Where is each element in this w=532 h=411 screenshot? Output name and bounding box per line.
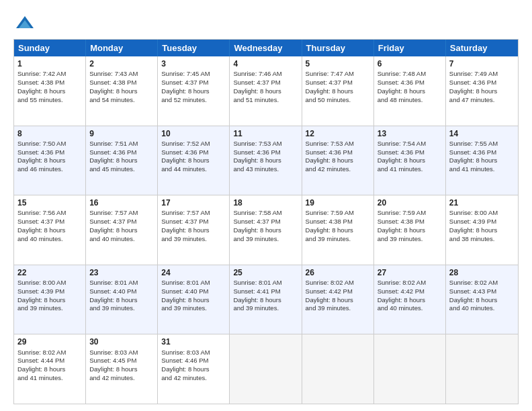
day-info-line: Sunset: 4:37 PM: [89, 218, 154, 226]
day-info-line: Sunrise: 7:53 AM: [306, 140, 370, 148]
day-cell-7: 7Sunrise: 7:49 AMSunset: 4:36 PMDaylight…: [446, 56, 518, 126]
day-info-line: Sunset: 4:45 PM: [89, 357, 154, 365]
day-info-line: Daylight: 8 hours: [161, 87, 226, 96]
day-info-line: Sunrise: 7:55 AM: [449, 140, 515, 148]
day-info-line: Sunrise: 7:54 AM: [378, 140, 442, 148]
day-info-line: Sunset: 4:39 PM: [17, 287, 82, 296]
day-info-line: and 48 minutes.: [378, 96, 442, 105]
day-info-line: and 39 minutes.: [17, 304, 82, 313]
day-info-line: and 41 minutes.: [449, 165, 515, 174]
day-info-line: Sunrise: 7:53 AM: [233, 140, 298, 148]
day-number: 21: [449, 197, 515, 208]
day-info-line: and 44 minutes.: [161, 165, 226, 174]
day-number: 23: [89, 267, 154, 278]
day-cell-26: 26Sunrise: 8:02 AMSunset: 4:42 PMDayligh…: [302, 265, 374, 334]
calendar: SundayMondayTuesdayWednesdayThursdayFrid…: [13, 39, 519, 404]
day-info-line: Daylight: 8 hours: [161, 365, 226, 374]
day-cell-9: 9Sunrise: 7:51 AMSunset: 4:36 PMDaylight…: [86, 126, 158, 195]
day-info-line: and 47 minutes.: [449, 96, 515, 105]
day-number: 14: [449, 128, 515, 139]
day-info-line: Sunrise: 8:01 AM: [161, 279, 226, 287]
day-info-line: and 39 minutes.: [233, 235, 298, 244]
day-info-line: Sunrise: 8:00 AM: [17, 279, 82, 287]
day-info-line: Sunrise: 7:57 AM: [89, 209, 154, 218]
day-cell-27: 27Sunrise: 8:02 AMSunset: 4:42 PMDayligh…: [374, 265, 446, 334]
day-cell-17: 17Sunrise: 7:57 AMSunset: 4:37 PMDayligh…: [158, 195, 230, 265]
day-info-line: Daylight: 8 hours: [89, 365, 154, 374]
day-info-line: Daylight: 8 hours: [306, 226, 370, 235]
day-of-week-wednesday: Wednesday: [230, 40, 302, 56]
day-info-line: and 40 minutes.: [17, 235, 82, 244]
logo-icon: [15, 13, 35, 34]
day-number: 20: [378, 197, 442, 208]
day-info-line: Daylight: 8 hours: [89, 226, 154, 235]
day-cell-22: 22Sunrise: 8:00 AMSunset: 4:39 PMDayligh…: [14, 265, 86, 334]
day-info-line: Daylight: 8 hours: [89, 87, 154, 96]
day-info-line: Sunset: 4:43 PM: [449, 287, 515, 296]
day-info-line: Sunset: 4:37 PM: [161, 79, 226, 87]
logo: [13, 13, 35, 34]
day-info-line: and 39 minutes.: [233, 304, 298, 313]
day-info-line: Sunrise: 7:51 AM: [89, 140, 154, 148]
empty-cell: [302, 334, 374, 404]
page: SundayMondayTuesdayWednesdayThursdayFrid…: [0, 0, 532, 411]
day-info-line: Sunrise: 8:00 AM: [449, 209, 515, 218]
day-info-line: Sunrise: 7:50 AM: [17, 140, 82, 148]
day-number: 8: [17, 128, 82, 139]
day-info-line: and 39 minutes.: [306, 235, 370, 244]
day-cell-20: 20Sunrise: 7:59 AMSunset: 4:38 PMDayligh…: [374, 195, 446, 265]
calendar-body: 1Sunrise: 7:42 AMSunset: 4:38 PMDaylight…: [14, 56, 518, 404]
day-number: 31: [161, 336, 226, 347]
calendar-row-4: 29Sunrise: 8:02 AMSunset: 4:44 PMDayligh…: [14, 334, 518, 404]
day-info-line: Sunset: 4:37 PM: [161, 218, 226, 226]
day-cell-18: 18Sunrise: 7:58 AMSunset: 4:37 PMDayligh…: [230, 195, 302, 265]
day-cell-19: 19Sunrise: 7:59 AMSunset: 4:38 PMDayligh…: [302, 195, 374, 265]
day-info-line: Daylight: 8 hours: [161, 226, 226, 235]
calendar-row-2: 15Sunrise: 7:56 AMSunset: 4:37 PMDayligh…: [14, 195, 518, 265]
day-info-line: Daylight: 8 hours: [89, 296, 154, 305]
day-of-week-thursday: Thursday: [302, 40, 374, 56]
day-info-line: Sunrise: 7:46 AM: [233, 70, 298, 79]
day-info-line: and 40 minutes.: [378, 304, 442, 313]
calendar-header: SundayMondayTuesdayWednesdayThursdayFrid…: [14, 40, 518, 56]
day-info-line: Daylight: 8 hours: [378, 226, 442, 235]
day-info-line: Sunrise: 7:56 AM: [17, 209, 82, 218]
day-info-line: Daylight: 8 hours: [449, 87, 515, 96]
day-info-line: Sunset: 4:38 PM: [378, 218, 442, 226]
day-info-line: Daylight: 8 hours: [17, 226, 82, 235]
day-info-line: Sunset: 4:40 PM: [161, 287, 226, 296]
day-number: 25: [233, 267, 298, 278]
day-info-line: and 46 minutes.: [17, 165, 82, 174]
day-info-line: and 39 minutes.: [89, 304, 154, 313]
day-of-week-monday: Monday: [86, 40, 158, 56]
day-number: 30: [89, 336, 154, 347]
day-info-line: Sunset: 4:36 PM: [233, 148, 298, 157]
day-number: 12: [306, 128, 370, 139]
day-info-line: Daylight: 8 hours: [89, 156, 154, 165]
day-number: 4: [233, 58, 298, 69]
day-cell-31: 31Sunrise: 8:03 AMSunset: 4:46 PMDayligh…: [158, 334, 230, 404]
day-info-line: Sunset: 4:41 PM: [233, 287, 298, 296]
day-info-line: and 39 minutes.: [378, 235, 442, 244]
day-info-line: Sunrise: 7:57 AM: [161, 209, 226, 218]
day-number: 26: [306, 267, 370, 278]
day-info-line: Sunset: 4:36 PM: [378, 148, 442, 157]
day-info-line: Sunrise: 7:42 AM: [17, 70, 82, 79]
day-info-line: Sunrise: 7:43 AM: [89, 70, 154, 79]
day-info-line: and 54 minutes.: [89, 96, 154, 105]
day-info-line: Daylight: 8 hours: [161, 156, 226, 165]
day-cell-25: 25Sunrise: 8:01 AMSunset: 4:41 PMDayligh…: [230, 265, 302, 334]
day-number: 6: [378, 58, 442, 69]
day-info-line: Daylight: 8 hours: [17, 365, 82, 374]
day-info-line: Sunset: 4:42 PM: [378, 287, 442, 296]
day-info-line: and 45 minutes.: [89, 165, 154, 174]
day-info-line: Sunset: 4:36 PM: [161, 148, 226, 157]
day-info-line: and 43 minutes.: [233, 165, 298, 174]
day-info-line: Daylight: 8 hours: [306, 87, 370, 96]
day-info-line: and 42 minutes.: [306, 165, 370, 174]
day-cell-21: 21Sunrise: 8:00 AMSunset: 4:39 PMDayligh…: [446, 195, 518, 265]
day-number: 7: [449, 58, 515, 69]
day-info-line: Daylight: 8 hours: [449, 296, 515, 305]
calendar-row-1: 8Sunrise: 7:50 AMSunset: 4:36 PMDaylight…: [14, 126, 518, 195]
day-cell-8: 8Sunrise: 7:50 AMSunset: 4:36 PMDaylight…: [14, 126, 86, 195]
